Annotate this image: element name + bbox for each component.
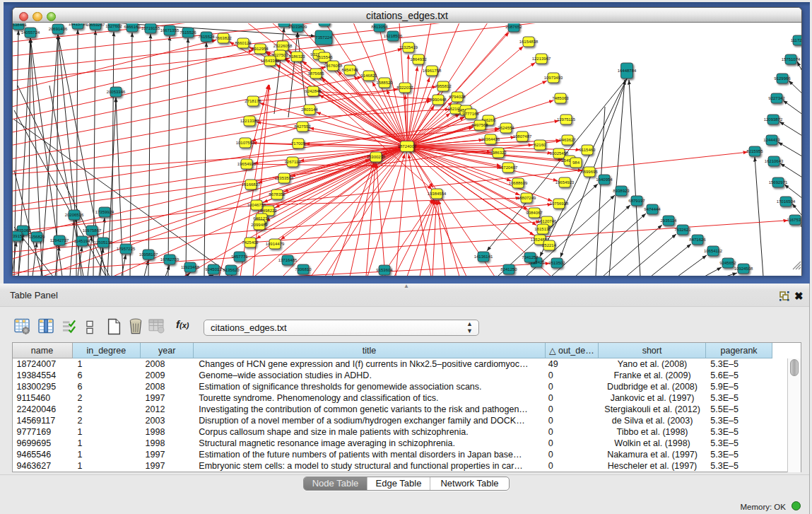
svg-text:252214: 252214 bbox=[542, 243, 557, 247]
svg-text:17957225: 17957225 bbox=[117, 247, 136, 251]
svg-text:7615524: 7615524 bbox=[198, 35, 215, 39]
svg-text:13716485: 13716485 bbox=[278, 258, 298, 262]
svg-text:717005: 717005 bbox=[291, 141, 306, 146]
svg-text:14136141: 14136141 bbox=[474, 255, 493, 259]
svg-text:10107553: 10107553 bbox=[236, 141, 255, 145]
svg-text:18724007: 18724007 bbox=[398, 144, 417, 148]
svg-text:9457771: 9457771 bbox=[231, 255, 248, 259]
svg-text:9146821: 9146821 bbox=[360, 74, 377, 78]
svg-text:20691406: 20691406 bbox=[49, 27, 68, 31]
svg-text:26676068: 26676068 bbox=[324, 64, 343, 68]
svg-text:8135620: 8135620 bbox=[223, 268, 240, 272]
svg-text:10653267: 10653267 bbox=[86, 23, 105, 27]
svg-text:19654923: 19654923 bbox=[555, 180, 575, 185]
svg-text:9463627: 9463627 bbox=[559, 138, 576, 142]
svg-text:7955812: 7955812 bbox=[435, 84, 452, 88]
svg-text:12093872: 12093872 bbox=[764, 117, 783, 122]
svg-text:9777169: 9777169 bbox=[462, 112, 479, 116]
svg-text:16671355: 16671355 bbox=[160, 28, 180, 33]
svg-text:3624554: 3624554 bbox=[498, 126, 514, 130]
svg-text:9538461: 9538461 bbox=[13, 23, 27, 27]
svg-text:7485063: 7485063 bbox=[552, 96, 569, 100]
svg-text:9115460: 9115460 bbox=[579, 148, 596, 152]
svg-text:11923468: 11923468 bbox=[181, 265, 200, 269]
svg-text:1156829: 1156829 bbox=[29, 235, 46, 239]
svg-text:10924508: 10924508 bbox=[734, 267, 753, 271]
svg-text:6879197: 6879197 bbox=[628, 199, 645, 203]
svg-text:8912954: 8912954 bbox=[252, 47, 269, 51]
svg-text:7341257: 7341257 bbox=[522, 255, 539, 259]
svg-text:10975867: 10975867 bbox=[83, 228, 102, 233]
svg-text:18415736: 18415736 bbox=[69, 23, 88, 26]
svg-text:12505135: 12505135 bbox=[94, 240, 113, 245]
svg-text:8699695: 8699695 bbox=[581, 170, 598, 174]
svg-text:16033809: 16033809 bbox=[288, 25, 307, 29]
svg-text:9242845: 9242845 bbox=[305, 89, 322, 93]
svg-text:9245013: 9245013 bbox=[205, 267, 222, 271]
svg-text:19166827: 19166827 bbox=[242, 182, 261, 187]
svg-text:2718176: 2718176 bbox=[245, 99, 261, 103]
svg-text:1117204: 1117204 bbox=[791, 38, 801, 42]
svg-text:9245652: 9245652 bbox=[719, 261, 736, 265]
svg-text:10654112: 10654112 bbox=[704, 249, 723, 253]
svg-text:19384554: 19384554 bbox=[428, 192, 447, 196]
svg-text:12213382: 12213382 bbox=[240, 119, 259, 123]
svg-text:7632621: 7632621 bbox=[674, 228, 691, 232]
svg-text:3875685: 3875685 bbox=[307, 71, 324, 76]
svg-text:8471626: 8471626 bbox=[689, 238, 706, 242]
svg-text:2935114: 2935114 bbox=[661, 218, 678, 223]
svg-text:9513502: 9513502 bbox=[548, 261, 565, 265]
svg-text:10973493: 10973493 bbox=[544, 76, 563, 80]
svg-text:2803144: 2803144 bbox=[301, 107, 318, 112]
svg-text:9084067: 9084067 bbox=[526, 211, 543, 215]
svg-text:16210643: 16210643 bbox=[765, 159, 784, 163]
svg-text:18807249: 18807249 bbox=[517, 196, 536, 200]
svg-text:1527602: 1527602 bbox=[105, 24, 122, 28]
svg-text:8215955: 8215955 bbox=[746, 149, 763, 153]
svg-text:16120746: 16120746 bbox=[538, 219, 557, 223]
svg-text:6497568: 6497568 bbox=[471, 123, 488, 127]
svg-text:1615132: 1615132 bbox=[534, 227, 551, 231]
svg-text:2099489: 2099489 bbox=[251, 223, 268, 227]
svg-text:1588520: 1588520 bbox=[376, 81, 393, 85]
svg-text:62160: 62160 bbox=[534, 143, 546, 147]
svg-text:25300235: 25300235 bbox=[367, 155, 386, 159]
svg-text:20364436: 20364436 bbox=[481, 137, 500, 141]
svg-text:16154838: 16154838 bbox=[519, 40, 539, 44]
svg-text:16782759: 16782759 bbox=[160, 257, 180, 262]
svg-text:23226058: 23226058 bbox=[273, 44, 293, 48]
svg-text:7357224: 7357224 bbox=[315, 35, 332, 40]
svg-text:3267110: 3267110 bbox=[285, 160, 302, 164]
svg-text:9182635: 9182635 bbox=[276, 23, 293, 24]
svg-text:7515526: 7515526 bbox=[180, 30, 196, 35]
svg-text:10756928: 10756928 bbox=[550, 201, 569, 206]
svg-text:11325419: 11325419 bbox=[399, 45, 418, 49]
svg-text:10958107: 10958107 bbox=[139, 252, 158, 257]
svg-text:8678352: 8678352 bbox=[269, 192, 286, 197]
svg-text:2087652: 2087652 bbox=[505, 25, 522, 29]
svg-text:5498222: 5498222 bbox=[260, 209, 277, 213]
svg-text:1167531: 1167531 bbox=[787, 218, 801, 222]
svg-text:8813054: 8813054 bbox=[371, 25, 388, 29]
svg-text:1864932: 1864932 bbox=[410, 57, 427, 62]
svg-text:12213967: 12213967 bbox=[532, 57, 551, 61]
svg-text:9474444: 9474444 bbox=[644, 207, 661, 211]
svg-text:20206536: 20206536 bbox=[65, 213, 84, 217]
svg-text:14055724: 14055724 bbox=[21, 30, 40, 35]
svg-text:984: 984 bbox=[572, 160, 580, 165]
svg-text:10807487: 10807487 bbox=[513, 134, 532, 139]
svg-text:17016504: 17016504 bbox=[777, 199, 796, 204]
svg-text:1640954: 1640954 bbox=[596, 177, 613, 182]
svg-text:8427552: 8427552 bbox=[294, 124, 311, 129]
svg-text:6466160: 6466160 bbox=[124, 25, 141, 29]
svg-text:8322037: 8322037 bbox=[396, 86, 413, 90]
svg-text:16543362: 16543362 bbox=[261, 59, 280, 63]
svg-text:10688609: 10688609 bbox=[509, 181, 528, 185]
svg-text:9227342: 9227342 bbox=[768, 96, 785, 100]
svg-text:19218506: 19218506 bbox=[384, 34, 403, 38]
svg-text:12353594: 12353594 bbox=[275, 176, 294, 180]
svg-text:8938923: 8938923 bbox=[613, 189, 630, 193]
svg-text:10719155: 10719155 bbox=[141, 26, 160, 30]
svg-text:1244413: 1244413 bbox=[763, 138, 780, 142]
svg-text:17359924: 17359924 bbox=[95, 210, 114, 214]
